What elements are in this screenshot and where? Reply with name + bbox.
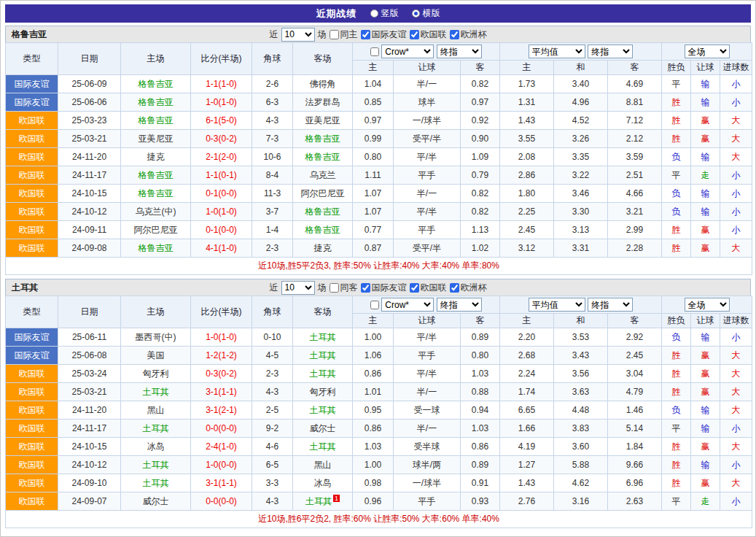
final-index-select[interactable]: 终指 (437, 298, 482, 312)
table-row: 欧国联25-03-21土耳其3-1(1-1)4-3匈牙利1.01半/一0.881… (6, 383, 752, 401)
filter-nations-league[interactable]: 欧国联 (410, 282, 447, 294)
filter-euro[interactable]: 欧洲杯 (450, 282, 487, 294)
match-score: 0-3(0-2) (191, 365, 252, 383)
fulltime-select[interactable]: 全场 (685, 298, 730, 312)
filter-friendly[interactable]: 国际友谊 (361, 28, 407, 41)
euro-checkbox[interactable] (450, 30, 459, 39)
handicap-home-odds: 1.07 (353, 203, 394, 221)
match-score: 1-0(0-0) (191, 456, 252, 474)
same-home-checkbox[interactable] (330, 30, 339, 39)
col-home: 主场 (121, 43, 191, 75)
result-goals: 大 (720, 148, 752, 166)
away-team: 黑山 (293, 456, 353, 474)
match-type-badge: 欧国联 (6, 456, 58, 474)
handicap-away-odds: 0.82 (461, 203, 500, 221)
final-index-select[interactable]: 终指 (588, 45, 633, 58)
euro-away-odds: 2.28 (608, 239, 662, 258)
handicap-line: 平手 (394, 347, 461, 365)
handicap-line: 一/球半 (394, 112, 461, 130)
match-count-select[interactable]: 10 (281, 28, 315, 42)
match-type-badge: 欧国联 (6, 112, 58, 130)
radio-icon (370, 9, 378, 18)
odds-filter-checkbox[interactable] (370, 301, 379, 309)
result-goals: 小 (720, 492, 752, 511)
match-type-badge: 欧国联 (6, 401, 58, 420)
euro-draw-odds: 3.46 (554, 185, 608, 203)
home-team: 墨西哥(中) (121, 328, 191, 347)
result-handicap: 赢 (691, 383, 720, 401)
final-index-select[interactable]: 终指 (437, 45, 482, 58)
col-wdl: 胜负 (662, 61, 691, 75)
handicap-home-odds: 0.98 (353, 474, 394, 492)
result-wdl: 胜 (662, 130, 691, 148)
match-score: 1-1(1-0) (191, 75, 252, 93)
result-handicap: 输 (691, 185, 720, 203)
nations-league-checkbox[interactable] (410, 30, 419, 39)
filter-same-away[interactable]: 同客 (330, 282, 358, 294)
match-type-badge: 国际友谊 (6, 347, 58, 365)
red-card-badge: 1 (333, 495, 340, 502)
result-controls: 全场 (662, 43, 752, 61)
same-away-checkbox[interactable] (330, 283, 339, 293)
away-team: 匈牙利 (293, 383, 353, 401)
euro-away-odds: 1.46 (608, 401, 662, 420)
euro-away-odds: 2.45 (608, 347, 662, 365)
euro-draw-odds: 3.35 (554, 148, 608, 166)
handicap-away-odds: 0.79 (461, 166, 500, 185)
match-score: 3-1(1-1) (191, 383, 252, 401)
handicap-away-odds: 0.91 (461, 474, 500, 492)
average-select[interactable]: 平均值 (529, 45, 585, 58)
result-goals: 大 (720, 347, 752, 365)
match-score: 2-4(1-0) (191, 438, 252, 456)
col-away: 客场 (293, 296, 353, 328)
col-handicap-line: 让球 (394, 61, 461, 75)
friendly-checkbox[interactable] (361, 30, 370, 39)
filter-friendly[interactable]: 国际友谊 (361, 282, 407, 294)
euro-home-odds: 1.74 (500, 383, 554, 401)
home-team: 威尔士 (121, 492, 191, 511)
friendly-checkbox[interactable] (361, 283, 370, 293)
euro-home-odds: 2.76 (500, 492, 554, 511)
final-index-select[interactable]: 终指 (588, 298, 633, 312)
handicap-home-odds: 0.96 (353, 492, 394, 511)
euro-home-odds: 2.25 (500, 203, 554, 221)
match-count-select[interactable]: 10 (281, 281, 315, 295)
euro-draw-odds: 3.43 (554, 347, 608, 365)
filter-same-home[interactable]: 同主 (330, 28, 358, 41)
result-goals: 大 (720, 401, 752, 420)
bookmaker-select[interactable]: Crow* (381, 45, 434, 58)
fulltime-select[interactable]: 全场 (685, 45, 730, 58)
near-label: 近 (270, 282, 278, 294)
home-team: 美国 (121, 347, 191, 365)
euro-checkbox[interactable] (450, 283, 459, 293)
handicap-odds-controls: Crow* 终指 (353, 296, 500, 314)
layout-vertical-radio[interactable]: 竖版 (370, 7, 399, 20)
average-select[interactable]: 平均值 (529, 298, 585, 312)
euro-away-odds: 2.12 (608, 130, 662, 148)
handicap-home-odds: 1.04 (353, 75, 394, 93)
handicap-home-odds: 1.01 (353, 383, 394, 401)
handicap-home-odds: 0.97 (353, 112, 394, 130)
home-team: 阿尔巴尼亚 (121, 221, 191, 239)
euro-draw-odds: 3.83 (554, 420, 608, 438)
euro-away-odds: 3.21 (608, 203, 662, 221)
result-handicap: 输 (691, 203, 720, 221)
table-row: 欧国联24-10-12土耳其1-0(0-0)6-5黑山1.00球半/两0.891… (6, 456, 752, 474)
bookmaker-select[interactable]: Crow* (381, 298, 434, 312)
filter-euro[interactable]: 欧洲杯 (450, 28, 487, 41)
euro-away-odds: 4.79 (608, 383, 662, 401)
corner-count: 4-5 (252, 347, 293, 365)
result-wdl: 胜 (662, 221, 691, 239)
euro-away-odds: 7.12 (608, 112, 662, 130)
corner-count: 7-3 (252, 130, 293, 148)
odds-filter-checkbox[interactable] (370, 47, 379, 56)
filter-nations-league[interactable]: 欧国联 (410, 28, 447, 41)
euro-draw-odds: 5.88 (554, 456, 608, 474)
away-team: 土耳其1 (293, 492, 353, 511)
layout-horizontal-radio[interactable]: 横版 (412, 7, 440, 20)
handicap-line: 受一球 (394, 401, 461, 420)
nations-league-checkbox[interactable] (410, 283, 419, 293)
euro-away-odds: 9.66 (608, 456, 662, 474)
result-goals: 大 (720, 365, 752, 383)
results-table: 类型 日期 主场 比分(半场) 角球 客场 Crow* 终指 平均值 终指 (5, 295, 752, 528)
